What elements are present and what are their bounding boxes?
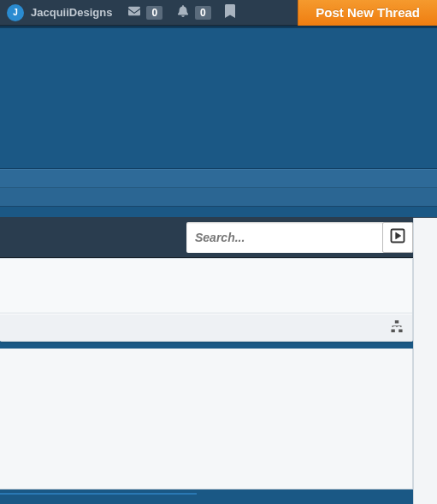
play-square-icon — [390, 228, 405, 247]
avatar-initial: J — [13, 8, 18, 17]
username[interactable]: JacquiiDesigns — [31, 6, 112, 19]
post-new-thread-button[interactable]: Post New Thread — [298, 0, 437, 26]
sitemap-icon[interactable] — [390, 320, 404, 336]
messages-button[interactable]: 0 — [127, 5, 162, 21]
search-input[interactable] — [186, 222, 382, 253]
messages-count-badge: 0 — [146, 6, 162, 20]
bell-icon — [176, 5, 190, 21]
underline-accent — [0, 493, 197, 495]
search-row — [0, 217, 437, 258]
alerts-count-badge: 0 — [195, 6, 211, 20]
content-card — [0, 258, 413, 342]
top-nav-bar: J JacquiiDesigns 0 0 Post New Thread — [0, 0, 437, 26]
avatar[interactable]: J — [7, 4, 24, 21]
card-toolbar — [0, 314, 412, 341]
hero-area — [0, 26, 437, 169]
bookmark-icon — [225, 4, 235, 21]
search-box — [186, 222, 413, 253]
page-right-gutter — [413, 218, 437, 504]
bookmarks-button[interactable] — [225, 4, 235, 21]
subnav-strip-lower — [0, 188, 437, 207]
envelope-icon — [127, 5, 141, 21]
alerts-button[interactable]: 0 — [176, 5, 211, 21]
card-header — [0, 259, 412, 314]
subnav-strip-upper — [0, 169, 437, 188]
spacer-strip — [0, 207, 437, 217]
search-submit-button[interactable] — [382, 222, 413, 253]
content-body — [0, 349, 413, 489]
